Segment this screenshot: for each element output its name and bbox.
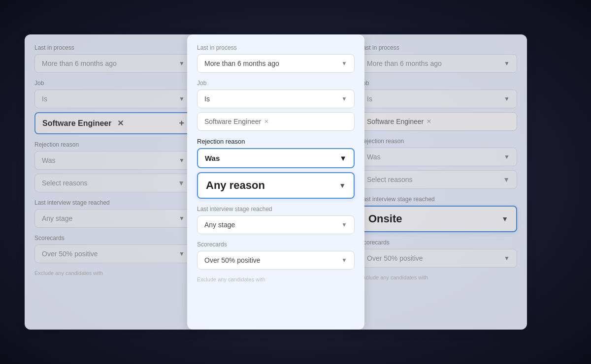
close-icon-right[interactable]: ✕ (427, 118, 431, 125)
chevron-icon-left-6: ▼ (179, 250, 185, 257)
interview-stage-group-right: Last interview stage reached Onsite ▼ (360, 196, 517, 232)
rejection-condition-center[interactable]: Was ▼ (197, 148, 355, 168)
rejection-condition-right[interactable]: Was ▼ (360, 148, 517, 166)
add-icon-left[interactable]: + (179, 118, 184, 128)
last-in-process-label-right: Last in process (360, 44, 517, 51)
exclude-text-center: Exclude any candidates with (197, 276, 355, 282)
job-condition-value-left: Is (42, 95, 47, 103)
close-icon-center[interactable]: ✕ (264, 118, 269, 125)
exclude-text-right: Exclude any candidates with (360, 274, 517, 280)
scorecards-value-left: Over 50% positive (42, 250, 98, 258)
job-condition-value-right: Is (367, 95, 372, 103)
interview-stage-select-left[interactable]: Any stage ▼ (34, 209, 192, 228)
interview-stage-label-left: Last interview stage reached (34, 199, 192, 206)
rejection-condition-left[interactable]: Was ▼ (34, 151, 192, 170)
rejection-reasons-right[interactable]: Select reasons ▼ (360, 170, 517, 189)
rejection-condition-value-center: Was (205, 154, 220, 162)
chevron-icon-left-4: ▼ (178, 179, 185, 187)
job-tag-text-right: Software Engineer (367, 118, 424, 125)
job-tag-text-center: Software Engineer (204, 118, 261, 125)
job-value-tag-center[interactable]: Software Engineer ✕ (197, 112, 355, 131)
interview-stage-select-center[interactable]: Any stage ▼ (197, 215, 355, 234)
chevron-icon-center-1: ▼ (341, 60, 347, 67)
scorecards-select-left[interactable]: Over 50% positive ▼ (34, 244, 192, 263)
job-label-right: Job (360, 80, 517, 87)
scorecards-select-center[interactable]: Over 50% positive ▼ (197, 251, 355, 270)
last-in-process-group-center: Last in process More than 6 months ago ▼ (197, 44, 355, 73)
chevron-icon-left-1: ▼ (179, 60, 185, 67)
job-tag-text-left: Software Engineer (42, 119, 111, 128)
chevron-icon-right-4: ▼ (503, 176, 510, 183)
scorecards-label-left: Scorecards (34, 235, 192, 242)
scorecards-value-right: Over 50% positive (367, 254, 423, 262)
scorecards-group-right: Scorecards Over 50% positive ▼ (360, 239, 517, 268)
rejection-group-center: Rejection reason Was ▼ Any reason ▼ (197, 138, 355, 199)
last-in-process-value-left: More than 6 months ago (42, 60, 117, 67)
job-label-left: Job (34, 80, 192, 87)
interview-stage-value-right: Onsite (368, 212, 402, 225)
job-label-center: Job (197, 80, 355, 87)
last-in-process-group-left: Last in process More than 6 months ago ▼ (34, 44, 192, 73)
cards-container: Last in process More than 6 months ago ▼… (25, 34, 566, 330)
scorecards-select-right[interactable]: Over 50% positive ▼ (360, 249, 517, 268)
last-in-process-value-right: More than 6 months ago (367, 60, 442, 67)
rejection-label-right: Rejection reason (360, 138, 517, 145)
chevron-icon-center-2: ▼ (341, 95, 347, 102)
interview-stage-label-center: Last interview stage reached (197, 206, 355, 212)
chevron-icon-center-6: ▼ (341, 257, 347, 264)
last-in-process-select-right[interactable]: More than 6 months ago ▼ (360, 54, 517, 73)
scorecards-group-center: Scorecards Over 50% positive ▼ (197, 241, 355, 270)
last-in-process-select-left[interactable]: More than 6 months ago ▼ (34, 54, 192, 73)
interview-stage-group-left: Last interview stage reached Any stage ▼ (34, 199, 192, 228)
rejection-reasons-center[interactable]: Any reason ▼ (197, 172, 355, 199)
chevron-icon-right-6: ▼ (504, 255, 510, 262)
chevron-icon-left-3: ▼ (179, 157, 185, 164)
filter-card-right: Last in process More than 6 months ago ▼… (350, 34, 527, 330)
chevron-icon-right-5: ▼ (501, 215, 508, 223)
chevron-icon-left-5: ▼ (179, 215, 185, 222)
chevron-icon-left-2: ▼ (179, 95, 185, 102)
chevron-icon-right-3: ▼ (504, 153, 510, 160)
chevron-icon-right-2: ▼ (504, 95, 510, 102)
scorecards-label-right: Scorecards (360, 239, 517, 246)
job-tag-content-left: Software Engineer ✕ (42, 119, 124, 128)
filter-card-center: Last in process More than 6 months ago ▼… (187, 34, 364, 330)
interview-stage-value-center: Any stage (204, 221, 235, 229)
rejection-reasons-left[interactable]: Select reasons ▼ (34, 174, 192, 192)
rejection-condition-value-right: Was (367, 153, 380, 161)
close-icon-left[interactable]: ✕ (117, 119, 124, 128)
job-condition-select-center[interactable]: Is ▼ (197, 90, 355, 108)
last-in-process-value-center: More than 6 months ago (204, 60, 279, 67)
rejection-label-center: Rejection reason (197, 138, 355, 145)
interview-stage-label-right: Last interview stage reached (360, 196, 517, 203)
job-group-center: Job Is ▼ Software Engineer ✕ (197, 80, 355, 131)
chevron-icon-right-1: ▼ (504, 60, 510, 67)
job-condition-value-center: Is (204, 95, 210, 103)
rejection-condition-value-left: Was (42, 156, 55, 164)
scorecards-group-left: Scorecards Over 50% positive ▼ (34, 235, 192, 263)
scorecards-value-center: Over 50% positive (204, 256, 261, 264)
rejection-group-left: Rejection reason Was ▼ Select reasons ▼ (34, 141, 192, 192)
exclude-text-left: Exclude any candidates with (34, 270, 192, 276)
job-value-tag-left[interactable]: Software Engineer ✕ + (34, 112, 192, 134)
interview-stage-value-left: Any stage (42, 214, 72, 222)
job-condition-select-right[interactable]: Is ▼ (360, 90, 517, 108)
interview-stage-group-center: Last interview stage reached Any stage ▼ (197, 206, 355, 234)
scorecards-label-center: Scorecards (197, 241, 355, 248)
job-condition-select-left[interactable]: Is ▼ (34, 90, 192, 108)
chevron-icon-center-3: ▼ (339, 154, 347, 162)
last-in-process-group-right: Last in process More than 6 months ago ▼ (360, 44, 517, 73)
rejection-placeholder-center: Any reason (206, 179, 265, 192)
chevron-icon-center-5: ▼ (341, 221, 347, 228)
job-group-left: Job Is ▼ Software Engineer ✕ + (34, 80, 192, 134)
job-group-right: Job Is ▼ Software Engineer ✕ (360, 80, 517, 131)
rejection-group-right: Rejection reason Was ▼ Select reasons ▼ (360, 138, 517, 189)
last-in-process-select-center[interactable]: More than 6 months ago ▼ (197, 54, 355, 73)
last-in-process-label-center: Last in process (197, 44, 355, 51)
job-value-tag-right[interactable]: Software Engineer ✕ (360, 112, 517, 131)
interview-stage-select-right[interactable]: Onsite ▼ (360, 206, 517, 232)
rejection-placeholder-left: Select reasons (42, 179, 88, 187)
chevron-icon-center-4: ▼ (339, 182, 346, 189)
last-in-process-label-left: Last in process (34, 44, 192, 51)
rejection-label-left: Rejection reason (34, 141, 192, 148)
